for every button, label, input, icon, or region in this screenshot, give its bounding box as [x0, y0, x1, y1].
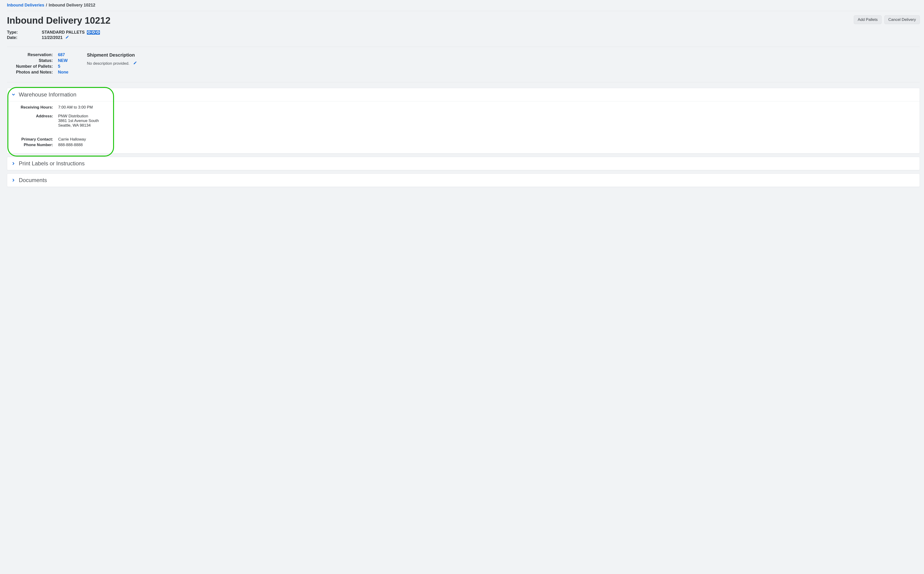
- primary-contact-value: Carrie Halloway: [58, 137, 86, 142]
- date-value: 11/22/2021: [42, 35, 63, 40]
- pallet-icons: [87, 30, 100, 35]
- notes-value[interactable]: None: [58, 70, 68, 75]
- add-pallets-button[interactable]: Add Pallets: [854, 15, 882, 24]
- breadcrumb-separator: /: [46, 3, 47, 8]
- pallets-value[interactable]: 5: [58, 64, 60, 69]
- divider: [7, 82, 920, 82]
- cancel-delivery-button[interactable]: Cancel Delivery: [885, 15, 920, 24]
- phone-number-value: 888-888-8888: [58, 143, 83, 147]
- edit-description-icon[interactable]: [133, 61, 137, 66]
- pallets-label: Number of Pallets:: [7, 64, 58, 69]
- print-labels-title: Print Labels or Instructions: [19, 160, 85, 167]
- warehouse-info-header[interactable]: Warehouse Information: [7, 88, 919, 101]
- address-line2: 3861 1st Avenue South: [58, 118, 99, 123]
- breadcrumb-current: Inbound Delivery 10212: [49, 3, 95, 8]
- chevron-right-icon: [11, 178, 16, 182]
- address-value: PNW Distribution 3861 1st Avenue South S…: [58, 114, 99, 128]
- receiving-hours-label: Receiving Hours:: [20, 105, 58, 110]
- page-title: Inbound Delivery 10212: [7, 15, 110, 26]
- documents-panel: Documents: [7, 173, 920, 187]
- chevron-right-icon: [11, 161, 16, 166]
- breadcrumb-root-link[interactable]: Inbound Deliveries: [7, 3, 44, 8]
- receiving-hours-value: 7:00 AM to 3:00 PM: [58, 105, 93, 110]
- pallet-icon: [91, 30, 96, 35]
- notes-label: Photos and Notes:: [7, 70, 58, 75]
- status-label: Status:: [7, 58, 58, 63]
- address-line1: PNW Distribution: [58, 114, 99, 118]
- reservation-link[interactable]: 687: [58, 52, 65, 57]
- print-labels-header[interactable]: Print Labels or Instructions: [7, 157, 919, 170]
- shipment-description-text: No description provided.: [87, 61, 129, 66]
- warehouse-info-panel: Warehouse Information Receiving Hours: 7…: [7, 88, 920, 153]
- shipment-description-title: Shipment Description: [87, 52, 920, 58]
- warehouse-info-title: Warehouse Information: [19, 91, 77, 98]
- breadcrumb: Inbound Deliveries / Inbound Delivery 10…: [7, 2, 920, 11]
- pallet-icon: [96, 30, 100, 35]
- type-label: Type:: [7, 30, 42, 35]
- phone-number-label: Phone Number:: [20, 143, 58, 147]
- status-value[interactable]: NEW: [58, 58, 68, 63]
- documents-title: Documents: [19, 177, 47, 183]
- documents-header[interactable]: Documents: [7, 174, 919, 187]
- address-line3: Seattle, WA 98134: [58, 123, 99, 128]
- chevron-down-icon: [11, 93, 16, 97]
- edit-date-icon[interactable]: [65, 35, 69, 40]
- primary-contact-label: Primary Contact:: [20, 137, 58, 142]
- reservation-label: Reservation:: [7, 52, 58, 57]
- date-label: Date:: [7, 35, 42, 40]
- type-value: STANDARD PALLETS: [42, 30, 85, 35]
- pallet-icon: [87, 30, 91, 35]
- print-labels-panel: Print Labels or Instructions: [7, 157, 920, 170]
- address-label: Address:: [20, 114, 58, 118]
